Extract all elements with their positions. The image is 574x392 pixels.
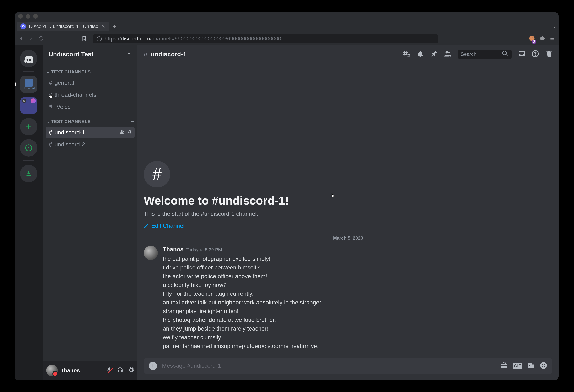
server-rail: Undiscord + xyxy=(15,45,43,380)
svg-point-9 xyxy=(542,364,543,365)
message-line: a celebrity hike toy now? xyxy=(163,281,323,289)
help-icon[interactable] xyxy=(532,50,539,58)
threads-icon[interactable] xyxy=(403,50,410,58)
channel-undiscord-1[interactable]: # undiscord-1 xyxy=(46,127,135,138)
main-area: # undiscord-1 Search xyxy=(138,45,559,380)
trash-icon[interactable] xyxy=(545,50,553,58)
url-bar[interactable]: https://discord.com/channels/69000000000… xyxy=(93,34,438,43)
welcome-subtitle: This is the start of the #undiscord-1 ch… xyxy=(144,210,553,217)
traffic-close[interactable] xyxy=(18,14,23,19)
search-icon xyxy=(501,50,509,59)
welcome-hash-icon: # xyxy=(144,161,170,187)
sticker-icon[interactable] xyxy=(527,362,534,370)
svg-point-1 xyxy=(531,37,532,38)
server-pill-indicator xyxy=(15,83,16,86)
svg-point-5 xyxy=(121,130,123,132)
channel-title: undiscord-1 xyxy=(151,51,186,58)
message-line: the photographer donate at we loud broth… xyxy=(163,316,323,324)
create-channel-button[interactable]: + xyxy=(130,68,134,76)
message: Thanos Today at 5:39 PM the cat paint ph… xyxy=(144,243,553,352)
message-line: the actor write police officer above the… xyxy=(163,272,323,281)
hash-icon: # xyxy=(49,79,52,86)
svg-point-10 xyxy=(544,364,545,365)
traffic-zoom[interactable] xyxy=(33,14,38,19)
invite-people-icon[interactable] xyxy=(120,129,124,136)
home-button[interactable] xyxy=(20,50,37,67)
channel-settings-icon[interactable] xyxy=(127,129,132,136)
server-dropdown-icon[interactable] xyxy=(126,51,132,58)
svg-point-8 xyxy=(540,362,547,369)
gift-icon[interactable] xyxy=(500,362,508,370)
rail-separator xyxy=(23,160,35,161)
browser-menu-icon[interactable] xyxy=(550,36,555,42)
extensions-puzzle-icon[interactable] xyxy=(539,35,545,42)
notifications-icon[interactable] xyxy=(417,50,424,58)
message-area: # Welcome to #undiscord-1! This is the s… xyxy=(138,63,559,380)
svg-point-3 xyxy=(23,100,25,102)
user-avatar[interactable] xyxy=(46,365,58,376)
create-channel-button[interactable]: + xyxy=(130,118,134,125)
channel-undiscord-2[interactable]: # undiscord-2 xyxy=(46,139,135,150)
category-test-channels[interactable]: ⌄ TEST CHANNELS + xyxy=(43,113,138,126)
inbox-icon[interactable] xyxy=(518,50,525,58)
url-host: discord.com xyxy=(121,36,150,42)
message-author[interactable]: Thanos xyxy=(163,245,184,254)
message-line: an taxi driver talk but neighbor work ab… xyxy=(163,298,323,307)
hash-icon: # xyxy=(49,129,52,136)
site-info-icon[interactable] xyxy=(97,36,102,41)
emoji-icon[interactable] xyxy=(539,361,547,370)
message-composer[interactable]: + Message #undiscord-1 GIF xyxy=(144,358,553,374)
nav-forward-icon[interactable] xyxy=(28,36,34,42)
server-item[interactable] xyxy=(20,97,37,114)
nav-back-icon[interactable] xyxy=(18,36,24,42)
category-text-channels[interactable]: ⌄ TEXT CHANNELS + xyxy=(43,63,138,77)
download-apps-button[interactable] xyxy=(20,165,37,182)
extension-badge-count: 2 xyxy=(532,40,536,44)
member-list-icon[interactable] xyxy=(444,50,451,58)
edit-channel-link[interactable]: Edit Channel xyxy=(144,223,553,229)
channel-sidebar: Undiscord Test ⌄ TEXT CHANNELS + # gener… xyxy=(43,45,138,380)
rail-separator xyxy=(23,71,35,72)
message-timestamp: Today at 5:39 PM xyxy=(186,246,222,253)
server-undiscord[interactable]: Undiscord xyxy=(20,76,37,93)
window-titlebar xyxy=(15,12,559,20)
message-line: I drive police officer between himself? xyxy=(163,263,323,272)
message-line: we fly teacher clumsily. xyxy=(163,333,323,342)
bookmark-icon[interactable] xyxy=(82,35,87,42)
mute-mic-icon[interactable] xyxy=(106,367,113,374)
browser-tab[interactable]: Discord | #undiscord-1 | Undisc ✕ xyxy=(17,21,109,31)
chevron-down-icon: ⌄ xyxy=(46,70,50,74)
date-divider: March 5, 2023 xyxy=(144,235,553,241)
traffic-minimize[interactable] xyxy=(26,14,30,19)
server-name: Undiscord Test xyxy=(49,51,93,58)
attach-button[interactable]: + xyxy=(149,362,157,370)
composer-placeholder: Message #undiscord-1 xyxy=(162,363,221,369)
channel-thread-channels[interactable]: #💬 thread-channels xyxy=(46,89,135,101)
url-protocol: https:// xyxy=(105,36,121,42)
svg-point-2 xyxy=(532,37,533,38)
gif-button[interactable]: GIF xyxy=(513,363,522,369)
user-name[interactable]: Thanos xyxy=(61,367,80,374)
hash-icon: # xyxy=(49,141,52,148)
channel-general[interactable]: # general xyxy=(46,77,135,88)
message-line: partner fsrihaerned icnsopirmep utderoc … xyxy=(163,342,323,351)
tab-close-icon[interactable]: ✕ xyxy=(101,23,105,29)
search-input[interactable]: Search xyxy=(458,50,512,59)
thread-hash-icon: #💬 xyxy=(49,91,52,98)
user-settings-icon[interactable] xyxy=(127,367,134,374)
nav-reload-icon[interactable] xyxy=(38,36,44,42)
message-line: the cat paint photographer excited simpl… xyxy=(163,255,323,263)
explore-servers-button[interactable] xyxy=(20,139,37,157)
new-tab-button[interactable]: + xyxy=(113,23,117,30)
channel-voice[interactable]: Voice xyxy=(46,101,135,112)
search-placeholder: Search xyxy=(461,51,476,57)
headphones-icon[interactable] xyxy=(117,367,123,374)
browser-toolbar: https://discord.com/channels/69000000000… xyxy=(15,32,559,45)
extension-icon[interactable]: 2 xyxy=(529,35,535,42)
server-header[interactable]: Undiscord Test xyxy=(43,45,138,63)
add-server-button[interactable]: + xyxy=(20,118,37,135)
url-path: /channels/69000000000000000/690000000000… xyxy=(150,36,281,42)
message-avatar[interactable] xyxy=(144,246,158,260)
tab-overflow-icon[interactable]: ⌄ xyxy=(553,24,556,29)
pinned-messages-icon[interactable] xyxy=(430,50,438,58)
